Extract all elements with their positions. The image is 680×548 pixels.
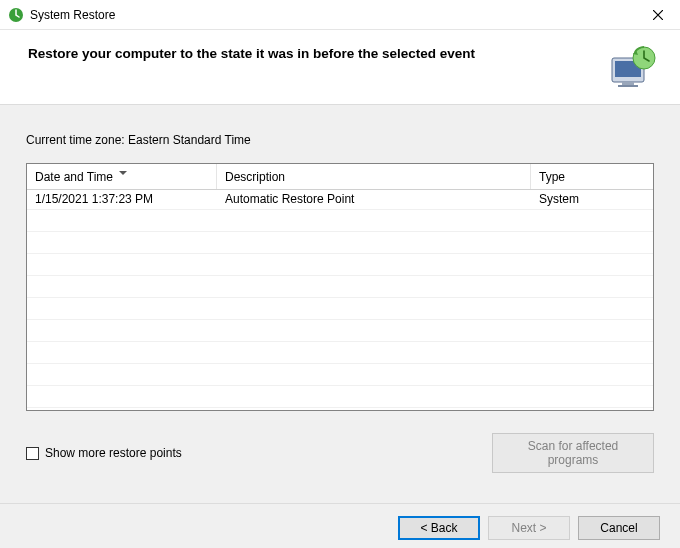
table-row-empty [27, 276, 653, 298]
svg-rect-4 [618, 85, 638, 87]
restore-monitor-icon [608, 44, 658, 94]
cancel-button[interactable]: Cancel [578, 516, 660, 540]
page-heading: Restore your computer to the state it wa… [28, 44, 608, 61]
table-row-empty [27, 232, 653, 254]
column-header-type[interactable]: Type [531, 164, 653, 189]
column-header-description[interactable]: Description [217, 164, 531, 189]
cell-date-time: 1/15/2021 1:37:23 PM [27, 190, 217, 209]
scan-affected-button[interactable]: Scan for affected programs [492, 433, 654, 473]
table-row[interactable]: 1/15/2021 1:37:23 PM Automatic Restore P… [27, 190, 653, 210]
next-button[interactable]: Next > [488, 516, 570, 540]
title-bar: System Restore [0, 0, 680, 30]
table-row-empty [27, 298, 653, 320]
table-row-empty [27, 320, 653, 342]
table-row-empty [27, 364, 653, 386]
timezone-label: Current time zone: Eastern Standard Time [26, 133, 654, 147]
column-header-date-time[interactable]: Date and Time [27, 164, 217, 189]
wizard-header: Restore your computer to the state it wa… [0, 30, 680, 104]
table-row-empty [27, 386, 653, 408]
system-restore-icon [8, 7, 24, 23]
table-body: 1/15/2021 1:37:23 PM Automatic Restore P… [27, 190, 653, 408]
table-header: Date and Time Description Type [27, 164, 653, 190]
table-row-empty [27, 342, 653, 364]
wizard-footer: < Back Next > Cancel [0, 503, 680, 548]
window-title: System Restore [30, 8, 635, 22]
content-area: Current time zone: Eastern Standard Time… [0, 105, 680, 503]
cell-description: Automatic Restore Point [217, 190, 531, 209]
back-button[interactable]: < Back [398, 516, 480, 540]
cell-type: System [531, 190, 653, 209]
close-button[interactable] [635, 0, 680, 30]
checkbox-box[interactable] [26, 447, 39, 460]
show-more-checkbox[interactable]: Show more restore points [26, 446, 492, 460]
table-row-empty [27, 210, 653, 232]
show-more-label: Show more restore points [45, 446, 182, 460]
svg-rect-3 [622, 82, 634, 85]
table-row-empty [27, 254, 653, 276]
restore-points-table[interactable]: Date and Time Description Type 1/15/2021… [26, 163, 654, 411]
